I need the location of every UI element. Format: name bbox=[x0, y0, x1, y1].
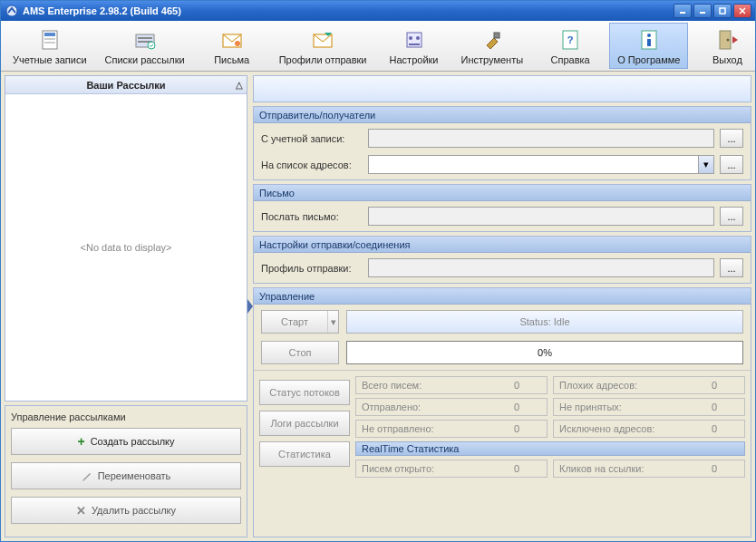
stat-cell: Кликов на ссылки:0 bbox=[553, 460, 745, 478]
sender-section: Отправитель/получатели С учетной записи:… bbox=[253, 106, 751, 180]
stat-cell: Не отправлено:0 bbox=[355, 420, 548, 438]
mailings-panel-title: Ваши Рассылки bbox=[86, 80, 165, 91]
sending-section-header: Настройки отправки/соединения bbox=[254, 237, 751, 253]
toolbar-settings-button[interactable]: Настройки bbox=[377, 23, 451, 69]
letter-section-header: Письмо bbox=[254, 185, 751, 201]
svg-text:?: ? bbox=[567, 34, 574, 45]
app-icon bbox=[5, 4, 19, 18]
pencil-icon bbox=[82, 470, 92, 481]
control-section: Управление Старт ▾ Status: Idle Стоп 0% bbox=[253, 287, 751, 537]
maximize-button[interactable] bbox=[713, 4, 732, 18]
toolbar-help-button[interactable]: ?Справка bbox=[533, 23, 607, 69]
svg-point-11 bbox=[148, 42, 155, 49]
collapse-icon[interactable]: △ bbox=[236, 80, 243, 90]
send-letter-combo[interactable] bbox=[368, 207, 714, 226]
control-section-header: Управление bbox=[254, 288, 751, 305]
to-list-browse-button[interactable]: ... bbox=[720, 155, 743, 174]
mailings-list: <No data to display> bbox=[5, 94, 247, 401]
toolbar-profiles-button[interactable]: Профили отправки bbox=[271, 23, 375, 69]
mailings-panel-header: Ваши Рассылки △ bbox=[5, 76, 247, 94]
svg-rect-19 bbox=[494, 33, 499, 38]
send-letter-browse-button[interactable]: ... bbox=[720, 207, 743, 226]
stop-button[interactable]: Стоп bbox=[261, 341, 339, 364]
x-icon: ✕ bbox=[76, 504, 86, 518]
stat-cell: Плохих адресов:0 bbox=[553, 376, 745, 394]
svg-rect-6 bbox=[44, 38, 55, 40]
accounts-icon bbox=[37, 27, 63, 53]
left-panel: Ваши Рассылки △ <No data to display> Упр… bbox=[5, 75, 247, 537]
letters-icon bbox=[219, 27, 245, 53]
status-bar: Status: Idle bbox=[346, 310, 743, 334]
delete-mailing-button[interactable]: ✕ Удалить рассылку bbox=[11, 497, 241, 524]
stat-cell: Не принятых:0 bbox=[553, 398, 745, 416]
svg-rect-3 bbox=[720, 8, 725, 14]
svg-point-23 bbox=[647, 34, 651, 37]
app-window: AMS Enterprise 2.98.2 (Build 465) Учетны… bbox=[0, 0, 756, 542]
window-title: AMS Enterprise 2.98.2 (Build 465) bbox=[23, 5, 674, 16]
manage-mailings-group: Управление рассылками + Создать рассылку… bbox=[5, 405, 247, 537]
minimize2-button[interactable] bbox=[693, 4, 712, 18]
stat-cell: Исключено адресов:0 bbox=[553, 420, 745, 438]
svg-rect-9 bbox=[138, 37, 152, 39]
stat-cell: Отправлено:0 bbox=[355, 398, 548, 416]
svg-point-17 bbox=[416, 36, 420, 40]
svg-rect-24 bbox=[647, 39, 651, 46]
start-dropdown-icon[interactable]: ▾ bbox=[327, 311, 338, 333]
settings-icon bbox=[402, 27, 427, 53]
about-icon bbox=[636, 27, 662, 53]
exit-icon bbox=[714, 27, 740, 53]
stat-cell: Всего писем:0 bbox=[355, 376, 548, 394]
to-list-label: На список адресов: bbox=[261, 160, 363, 170]
lists-icon bbox=[132, 27, 158, 53]
minimize-button[interactable] bbox=[674, 4, 692, 18]
manage-title: Управление рассылками bbox=[11, 411, 241, 422]
toolbar-lists-button[interactable]: Списки рассылки bbox=[97, 23, 193, 69]
mailing-name-input[interactable] bbox=[253, 75, 751, 102]
close-button[interactable] bbox=[733, 4, 751, 18]
help-icon: ? bbox=[557, 27, 583, 53]
to-list-combo[interactable]: ▾ bbox=[368, 155, 714, 174]
sending-section: Настройки отправки/соединения Профиль от… bbox=[253, 236, 751, 284]
progress-bar: 0% bbox=[346, 341, 743, 364]
sender-section-header: Отправитель/получатели bbox=[254, 107, 751, 123]
empty-placeholder: <No data to display> bbox=[81, 242, 172, 253]
toolbar-tools-button[interactable]: Инструменты bbox=[453, 23, 532, 69]
mailings-panel: Ваши Рассылки △ <No data to display> bbox=[5, 75, 247, 402]
thread-status-button[interactable]: Статус потоков bbox=[259, 380, 350, 405]
svg-rect-7 bbox=[44, 42, 55, 44]
from-account-browse-button[interactable]: ... bbox=[720, 129, 743, 148]
profiles-icon bbox=[310, 27, 335, 53]
letter-section: Письмо Послать письмо: ... bbox=[253, 184, 751, 232]
svg-rect-2 bbox=[700, 12, 705, 14]
logs-button[interactable]: Логи рассылки bbox=[259, 411, 350, 436]
from-account-combo[interactable] bbox=[368, 129, 714, 148]
main-toolbar: Учетные записиСписки рассылкиПисьмаПрофи… bbox=[1, 21, 755, 72]
stat-cell: Писем открыто:0 bbox=[355, 460, 548, 478]
profile-combo[interactable] bbox=[368, 258, 714, 277]
send-letter-label: Послать письмо: bbox=[261, 211, 363, 222]
rename-mailing-button[interactable]: Переименовать bbox=[11, 462, 241, 489]
profile-label: Профиль отправки: bbox=[261, 263, 363, 274]
statistics-button[interactable]: Статистика bbox=[259, 441, 350, 467]
from-account-label: С учетной записи: bbox=[261, 133, 363, 144]
start-button[interactable]: Старт ▾ bbox=[261, 310, 339, 334]
plus-icon: + bbox=[77, 434, 84, 449]
profile-browse-button[interactable]: ... bbox=[720, 258, 743, 277]
realtime-stats-header: RealTime Статистика bbox=[355, 441, 745, 456]
tools-icon bbox=[480, 27, 505, 53]
svg-point-26 bbox=[727, 38, 730, 41]
toolbar-about-button[interactable]: О Программе bbox=[609, 23, 688, 69]
svg-rect-5 bbox=[44, 33, 55, 36]
create-mailing-button[interactable]: + Создать рассылку bbox=[11, 428, 241, 455]
toolbar-accounts-button[interactable]: Учетные записи bbox=[5, 23, 95, 69]
stats-area: Статус потоков Логи рассылки Статистика … bbox=[254, 370, 751, 537]
svg-point-16 bbox=[409, 36, 412, 40]
right-panel: Отправитель/получатели С учетной записи:… bbox=[253, 75, 751, 537]
svg-rect-1 bbox=[680, 12, 685, 14]
toolbar-exit-button[interactable]: Выход bbox=[690, 23, 756, 69]
titlebar: AMS Enterprise 2.98.2 (Build 465) bbox=[1, 1, 755, 21]
toolbar-letters-button[interactable]: Письма bbox=[195, 23, 269, 69]
svg-point-13 bbox=[235, 41, 240, 46]
svg-rect-18 bbox=[409, 44, 420, 45]
chevron-down-icon: ▾ bbox=[698, 156, 713, 173]
